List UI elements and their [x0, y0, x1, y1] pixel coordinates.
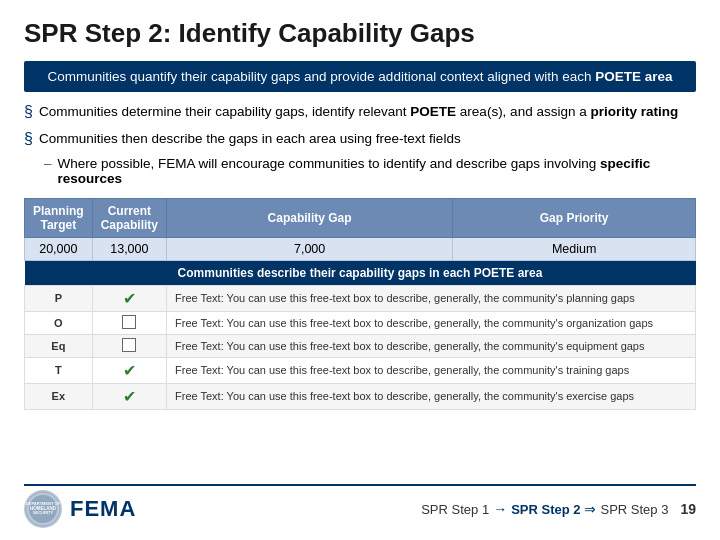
- cell-planning-target: 20,000: [25, 237, 93, 260]
- table-header-row: Planning Target Current Capability Capab…: [25, 198, 696, 237]
- sub-bullet-symbol: –: [44, 156, 52, 171]
- cell-capability-gap: 7,000: [167, 237, 453, 260]
- poete-row-eq: EqFree Text: You can use this free-text …: [25, 334, 696, 357]
- fema-logo-circle: DEPARTMENT OF HOMELAND SECURITY: [24, 490, 62, 528]
- poete-row-o: OFree Text: You can use this free-text b…: [25, 311, 696, 334]
- poete-label-p: P: [25, 285, 93, 311]
- slide-container: SPR Step 2: Identify Capability Gaps Com…: [0, 0, 720, 540]
- poete-checkbox-o[interactable]: [92, 311, 166, 334]
- poete-label-o: O: [25, 311, 93, 334]
- banner-text: Communities quantify their capability ga…: [47, 69, 672, 84]
- poete-section-header: Communities describe their capability ga…: [25, 260, 696, 285]
- empty-checkbox: [122, 315, 136, 329]
- step1-label: SPR Step 1: [421, 502, 489, 517]
- poete-text-p[interactable]: Free Text: You can use this free-text bo…: [167, 285, 696, 311]
- arrow-2: ⇒: [584, 501, 596, 517]
- col-capability-gap: Capability Gap: [167, 198, 453, 237]
- bullet-text-2: Communities then describe the gaps in ea…: [39, 129, 461, 149]
- table-section: Planning Target Current Capability Capab…: [24, 198, 696, 410]
- footer-nav: SPR Step 1 → SPR Step 2 ⇒ SPR Step 3 19: [421, 501, 696, 517]
- col-gap-priority: Gap Priority: [453, 198, 696, 237]
- svg-text:SECURITY: SECURITY: [33, 510, 54, 515]
- bullet-2: § Communities then describe the gaps in …: [24, 129, 696, 150]
- empty-checkbox: [122, 338, 136, 352]
- step2-label: SPR Step 2: [511, 502, 580, 517]
- bullet-symbol-2: §: [24, 129, 33, 150]
- fema-text: FEMA: [70, 496, 136, 522]
- poete-label-ex: Ex: [25, 383, 93, 409]
- bullet-text-1: Communities determine their capability g…: [39, 102, 678, 122]
- poete-row-ex: Ex✔Free Text: You can use this free-text…: [25, 383, 696, 409]
- poete-checkbox-ex[interactable]: ✔: [92, 383, 166, 409]
- poete-text-t[interactable]: Free Text: You can use this free-text bo…: [167, 357, 696, 383]
- poete-section-label: Communities describe their capability ga…: [25, 260, 696, 285]
- col-planning-target: Planning Target: [25, 198, 93, 237]
- bullet-1: § Communities determine their capability…: [24, 102, 696, 123]
- poete-row-t: T✔Free Text: You can use this free-text …: [25, 357, 696, 383]
- checkmark-icon: ✔: [123, 362, 136, 379]
- col-current-capability: Current Capability: [92, 198, 166, 237]
- capability-table: Planning Target Current Capability Capab…: [24, 198, 696, 410]
- poete-text-ex[interactable]: Free Text: You can use this free-text bo…: [167, 383, 696, 409]
- sub-bullet-text: Where possible, FEMA will encourage comm…: [58, 156, 696, 186]
- footer: DEPARTMENT OF HOMELAND SECURITY FEMA SPR…: [24, 484, 696, 528]
- poete-row-p: P✔Free Text: You can use this free-text …: [25, 285, 696, 311]
- banner-bold: POETE area: [595, 69, 672, 84]
- cell-current-capability: 13,000: [92, 237, 166, 260]
- sub-bullet-1: – Where possible, FEMA will encourage co…: [44, 156, 696, 186]
- slide-title: SPR Step 2: Identify Capability Gaps: [24, 18, 696, 49]
- poete-checkbox-eq[interactable]: [92, 334, 166, 357]
- poete-text-o[interactable]: Free Text: You can use this free-text bo…: [167, 311, 696, 334]
- cell-gap-priority: Medium: [453, 237, 696, 260]
- poete-checkbox-t[interactable]: ✔: [92, 357, 166, 383]
- bullet-symbol-1: §: [24, 102, 33, 123]
- table-data-row: 20,000 13,000 7,000 Medium: [25, 237, 696, 260]
- step3-label: SPR Step 3: [600, 502, 668, 517]
- bullet-section: § Communities determine their capability…: [24, 102, 696, 186]
- footer-left: DEPARTMENT OF HOMELAND SECURITY FEMA: [24, 490, 136, 528]
- checkmark-icon: ✔: [123, 290, 136, 307]
- page-number: 19: [680, 501, 696, 517]
- poete-text-eq[interactable]: Free Text: You can use this free-text bo…: [167, 334, 696, 357]
- poete-label-eq: Eq: [25, 334, 93, 357]
- poete-checkbox-p[interactable]: ✔: [92, 285, 166, 311]
- checkmark-icon: ✔: [123, 388, 136, 405]
- poete-label-t: T: [25, 357, 93, 383]
- arrow-1: →: [493, 501, 507, 517]
- banner: Communities quantify their capability ga…: [24, 61, 696, 92]
- fema-emblem-svg: DEPARTMENT OF HOMELAND SECURITY: [25, 491, 61, 527]
